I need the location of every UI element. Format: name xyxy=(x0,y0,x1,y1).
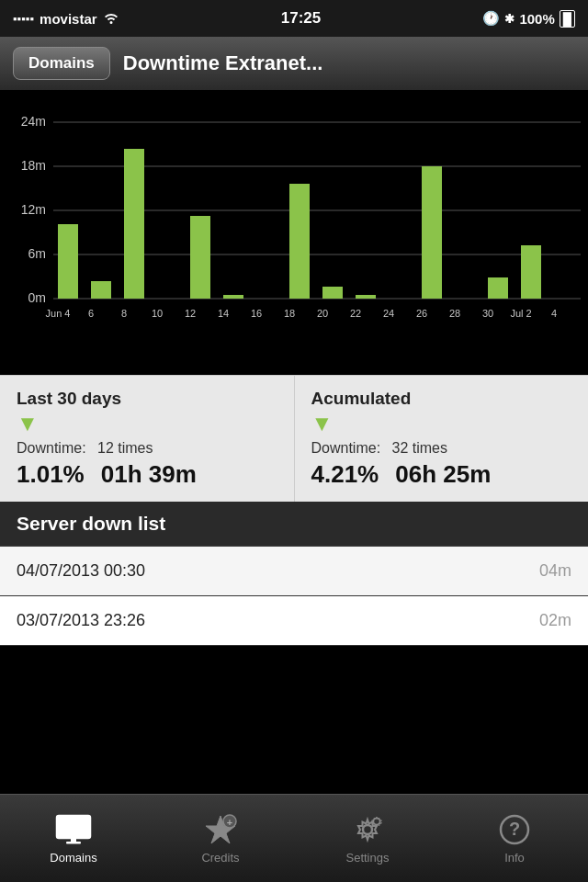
svg-text:12: 12 xyxy=(185,308,196,319)
svg-text:Jun 4: Jun 4 xyxy=(46,308,71,319)
tab-credits-label: Credits xyxy=(201,851,239,865)
svg-rect-17 xyxy=(289,184,310,299)
status-left: ▪▪▪▪▪ movistar xyxy=(13,11,119,27)
stats-accumulated-downtime: Downtime: 32 times xyxy=(311,440,572,457)
chart-area: 24m 18m 12m 6m 0m xyxy=(0,90,588,375)
tab-info[interactable]: ? Info xyxy=(441,795,588,882)
svg-rect-46 xyxy=(67,820,70,833)
svg-text:0m: 0m xyxy=(28,290,46,305)
svg-rect-52 xyxy=(71,838,76,842)
svg-rect-53 xyxy=(66,842,81,844)
svg-text:18m: 18m xyxy=(21,158,46,173)
svg-rect-49 xyxy=(78,820,79,833)
server-item-date: 03/07/2013 23:26 xyxy=(17,611,145,630)
svg-rect-24 xyxy=(521,245,541,299)
svg-rect-23 xyxy=(488,277,508,299)
svg-rect-44 xyxy=(62,820,63,833)
nav-bar: Domains Downtime Extranet... xyxy=(0,37,588,90)
credits-icon: + xyxy=(201,813,240,846)
stats-accumulated-header: Acumulated xyxy=(311,389,572,409)
page-title: Downtime Extranet... xyxy=(123,51,323,75)
svg-rect-47 xyxy=(72,820,74,833)
svg-text:24: 24 xyxy=(383,308,394,319)
svg-text:16: 16 xyxy=(251,308,262,319)
stats-last30-arrow: ▼ xyxy=(17,411,277,436)
back-button[interactable]: Domains xyxy=(13,47,110,80)
status-time: 17:25 xyxy=(281,9,321,28)
stats-last30: Last 30 days ▼ Downtime: 12 times 1.01% … xyxy=(0,376,295,502)
tab-settings[interactable]: Settings xyxy=(294,795,441,882)
clock-icon: 🕐 xyxy=(482,10,500,27)
signal-bars: ▪▪▪▪▪ xyxy=(13,12,34,26)
server-list-item[interactable]: 03/07/2013 23:26 02m xyxy=(0,596,588,646)
domains-icon xyxy=(54,813,93,846)
svg-rect-12 xyxy=(124,149,144,299)
svg-text:8: 8 xyxy=(121,308,127,319)
tab-bar: Domains + Credits Settings xyxy=(0,794,588,882)
tab-domains-label: Domains xyxy=(50,851,96,865)
svg-rect-19 xyxy=(356,295,376,299)
svg-text:26: 26 xyxy=(416,308,427,319)
svg-text:22: 22 xyxy=(350,308,361,319)
svg-text:14: 14 xyxy=(218,308,229,319)
server-list-item[interactable]: 04/07/2013 00:30 04m xyxy=(0,547,588,596)
svg-rect-11 xyxy=(91,281,111,299)
svg-text:+: + xyxy=(227,817,232,828)
svg-point-58 xyxy=(374,818,380,824)
svg-rect-51 xyxy=(84,820,85,833)
svg-text:18: 18 xyxy=(284,308,295,319)
svg-text:28: 28 xyxy=(449,308,460,319)
stats-last30-values: 1.01% 01h 39m xyxy=(17,460,277,489)
stats-accumulated-values: 4.21% 06h 25m xyxy=(311,460,572,489)
server-item-duration: 04m xyxy=(539,561,571,581)
battery-percent: 100% xyxy=(519,11,554,27)
server-list-header: Server down list xyxy=(0,502,588,547)
stats-last30-header: Last 30 days xyxy=(17,389,277,409)
bluetooth-icon: ✱ xyxy=(504,12,514,26)
carrier-name: movistar xyxy=(40,11,97,27)
svg-text:6: 6 xyxy=(88,308,94,319)
server-item-duration: 02m xyxy=(539,611,571,630)
tab-credits[interactable]: + Credits xyxy=(147,795,294,882)
svg-text:12m: 12m xyxy=(21,202,46,217)
svg-text:20: 20 xyxy=(317,308,328,319)
settings-icon xyxy=(348,813,387,846)
svg-text:?: ? xyxy=(509,819,520,839)
info-icon: ? xyxy=(495,813,534,846)
stats-section: Last 30 days ▼ Downtime: 12 times 1.01% … xyxy=(0,375,588,502)
tab-domains[interactable]: Domains xyxy=(0,795,147,882)
svg-point-57 xyxy=(363,825,372,834)
svg-text:4: 4 xyxy=(551,308,557,319)
svg-rect-10 xyxy=(58,224,78,299)
svg-rect-50 xyxy=(80,820,82,833)
stats-accumulated-arrow: ▼ xyxy=(311,411,572,436)
svg-rect-15 xyxy=(223,295,243,299)
battery-icon: █ xyxy=(560,10,575,28)
svg-rect-45 xyxy=(65,820,66,833)
server-list-section: Server down list 04/07/2013 00:30 04m 03… xyxy=(0,502,588,646)
svg-rect-48 xyxy=(74,820,77,833)
svg-text:30: 30 xyxy=(482,308,493,319)
tab-settings-label: Settings xyxy=(346,851,390,865)
status-bar: ▪▪▪▪▪ movistar 17:25 🕐 ✱ 100% █ xyxy=(0,0,588,37)
wifi-icon xyxy=(103,11,119,27)
svg-rect-21 xyxy=(422,166,442,299)
server-item-date: 04/07/2013 00:30 xyxy=(17,561,145,581)
svg-text:10: 10 xyxy=(152,308,163,319)
status-right: 🕐 ✱ 100% █ xyxy=(482,10,575,28)
svg-text:6m: 6m xyxy=(28,246,46,261)
tab-info-label: Info xyxy=(504,851,525,865)
stats-last30-downtime: Downtime: 12 times xyxy=(17,440,277,457)
svg-text:24m: 24m xyxy=(21,114,46,129)
svg-rect-14 xyxy=(190,216,210,299)
svg-text:Jul 2: Jul 2 xyxy=(510,308,531,319)
svg-rect-18 xyxy=(322,287,343,299)
stats-accumulated: Acumulated ▼ Downtime: 32 times 4.21% 06… xyxy=(295,376,589,502)
bar-chart: 24m 18m 12m 6m 0m xyxy=(7,99,581,375)
